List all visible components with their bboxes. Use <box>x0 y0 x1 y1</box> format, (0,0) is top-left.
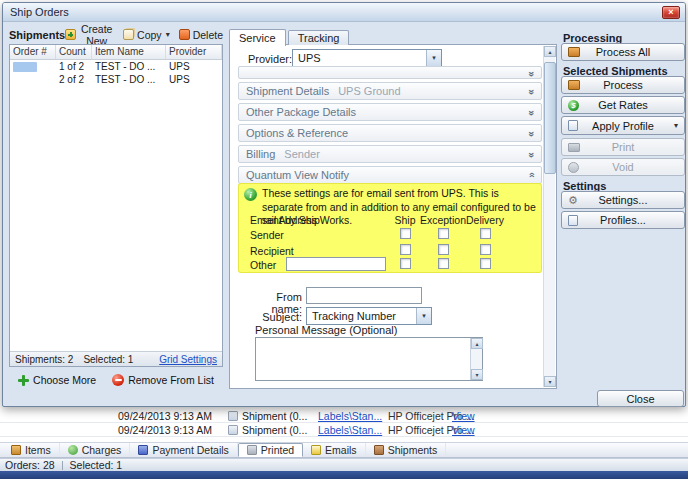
divider <box>62 461 63 470</box>
view-link[interactable]: View <box>452 410 475 422</box>
section-other-package-details[interactable]: Other Package Details » <box>238 103 542 121</box>
tab-emails[interactable]: Emails <box>303 443 366 457</box>
email-address-header: Email Address <box>250 214 317 226</box>
grid-footer: Shipments: 2 Selected: 1 Grid Settings <box>10 351 222 366</box>
provider-label: Provider: <box>248 53 292 65</box>
void-button[interactable]: Void <box>561 158 685 176</box>
column-delivery: Delivery <box>466 214 504 226</box>
quantum-view-notify-highlight: i These settings are for email sent from… <box>238 183 542 273</box>
tab-tracking[interactable]: Tracking <box>288 30 350 45</box>
section-options-reference[interactable]: Options & Reference » <box>238 124 542 142</box>
template-link[interactable]: Labels\Stan... <box>318 424 382 436</box>
personal-message-field: ▴ ▾ <box>255 337 483 381</box>
payment-icon <box>138 445 148 455</box>
shipments-panel-header: Shipments Create New Copy▾ Delete <box>9 27 223 42</box>
personal-message-textarea[interactable] <box>256 338 471 380</box>
section-billing[interactable]: Billing Sender » <box>238 145 542 163</box>
printer-icon <box>247 445 257 455</box>
service-tab-page: Provider: UPS ▾ » Shipment Details UPS G… <box>229 44 557 389</box>
checkbox-recipient-ship[interactable] <box>400 244 411 255</box>
recipient-row-label: Recipient <box>250 245 294 257</box>
status-bar: Orders: 28 Selected: 1 <box>0 458 688 471</box>
section-shipment-details[interactable]: Shipment Details UPS Ground » <box>238 82 542 100</box>
minus-icon <box>112 374 124 386</box>
section-quantum-view-notify[interactable]: Quantum View Notify » <box>238 166 542 184</box>
count-cell: 2 of 2 <box>56 74 92 85</box>
scroll-down-icon[interactable]: ▾ <box>544 376 556 387</box>
process-button[interactable]: Process <box>561 76 685 94</box>
tab-items[interactable]: Items <box>3 443 60 457</box>
checkbox-other-exception[interactable] <box>438 258 449 269</box>
item-cell: TEST - DO ... <box>92 61 166 72</box>
chevron-down-icon: » <box>526 71 537 76</box>
get-rates-button[interactable]: $ Get Rates <box>561 96 685 114</box>
checkbox-sender-exception[interactable] <box>438 228 449 239</box>
close-button[interactable]: Close <box>597 390 684 407</box>
choose-more-button[interactable]: Choose More <box>18 374 96 386</box>
gear-icon: ⚙ <box>568 195 578 206</box>
apply-profile-button[interactable]: Apply Profile ▾ <box>561 116 685 135</box>
email-icon <box>311 445 321 455</box>
column-order[interactable]: Order # <box>10 45 56 59</box>
tab-service[interactable]: Service <box>229 29 286 46</box>
dialog-titlebar[interactable]: Ship Orders × <box>3 3 685 22</box>
ship-orders-dialog: Ship Orders × Shipments Create New Copy▾… <box>2 2 686 407</box>
screen: 09/24/2013 9:13 AM Shipment (0... Labels… <box>0 0 688 479</box>
box-icon <box>374 445 384 455</box>
chevron-down-icon: » <box>526 110 537 115</box>
checkbox-other-delivery[interactable] <box>480 258 491 269</box>
other-row-label: Other <box>250 259 276 271</box>
checkbox-other-ship[interactable] <box>400 258 411 269</box>
template-link[interactable]: Labels\Stan... <box>318 410 382 422</box>
tab-printed[interactable]: Printed <box>238 443 303 457</box>
page-scrollbar[interactable]: ▴ ▾ <box>543 46 555 387</box>
process-all-button[interactable]: Process All <box>561 43 685 61</box>
subject-label: Subject: <box>246 311 302 323</box>
personal-message-label: Personal Message (Optional) <box>255 324 397 336</box>
tab-shipments[interactable]: Shipments <box>366 443 447 457</box>
subject-select[interactable]: Tracking Number ▾ <box>306 307 432 325</box>
checkbox-recipient-delivery[interactable] <box>480 244 491 255</box>
window-title: Ship Orders <box>10 6 69 18</box>
status-orders: Orders: 28 <box>5 459 55 471</box>
shipments-header: Shipments <box>9 29 65 41</box>
shipment-row[interactable]: 2 of 2 TEST - DO ... UPS <box>10 73 222 86</box>
chevron-down-icon: ▾ <box>674 121 678 130</box>
section-partial[interactable]: » <box>238 66 542 79</box>
column-item-name[interactable]: Item Name <box>92 45 166 59</box>
remove-from-list-button[interactable]: Remove From List <box>112 374 214 386</box>
scroll-down-icon[interactable]: ▾ <box>471 369 483 380</box>
scroll-up-icon[interactable]: ▴ <box>544 46 556 57</box>
print-button[interactable]: Print <box>561 138 685 156</box>
copy-button[interactable]: Copy▾ <box>123 23 170 47</box>
close-window-button[interactable]: × <box>662 6 680 19</box>
checkbox-recipient-exception[interactable] <box>438 244 449 255</box>
from-name-input[interactable] <box>306 287 422 304</box>
printed-row[interactable]: 09/24/2013 9:13 AM Shipment (0... Labels… <box>0 409 688 423</box>
other-email-input[interactable] <box>286 257 386 271</box>
shipments-actions: Choose More Remove From List <box>9 374 223 386</box>
selected-count: Selected: 1 <box>83 354 133 365</box>
chevron-up-icon: » <box>526 173 537 178</box>
grid-settings-link[interactable]: Grid Settings <box>159 354 217 365</box>
checkbox-sender-delivery[interactable] <box>480 228 491 239</box>
shipment-row[interactable]: 1 of 2 TEST - DO ... UPS <box>10 60 222 73</box>
column-provider[interactable]: Provider <box>166 45 222 59</box>
printed-row[interactable]: 09/24/2013 9:13 AM Shipment (0... Labels… <box>0 423 688 437</box>
view-link[interactable]: View <box>452 424 475 436</box>
provider-select[interactable]: UPS ▾ <box>292 49 442 67</box>
scrollbar-thumb[interactable] <box>544 62 556 174</box>
create-new-button[interactable]: Create New <box>65 23 114 47</box>
column-count[interactable]: Count <box>56 45 92 59</box>
delete-button[interactable]: Delete <box>179 23 223 47</box>
printer-icon <box>568 143 580 152</box>
tab-charges[interactable]: Charges <box>60 443 131 457</box>
scroll-up-icon[interactable]: ▴ <box>471 338 483 349</box>
tab-payment-details[interactable]: Payment Details <box>130 443 237 457</box>
info-icon: i <box>244 188 257 201</box>
checkbox-sender-ship[interactable] <box>400 228 411 239</box>
chevron-down-icon: ▾ <box>426 50 441 66</box>
textarea-scrollbar[interactable]: ▴ ▾ <box>470 338 482 380</box>
settings-button[interactable]: ⚙ Settings... <box>561 191 685 209</box>
profiles-button[interactable]: Profiles... <box>561 211 685 229</box>
